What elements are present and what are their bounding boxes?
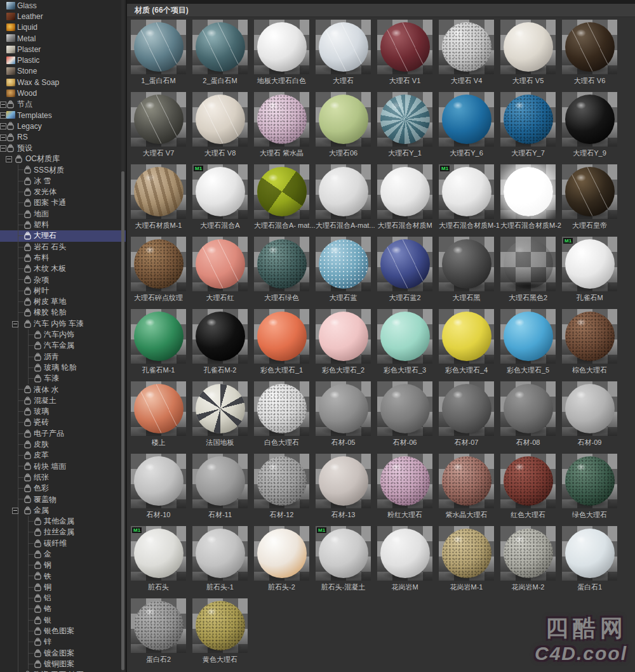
sidebar-item-混凝土[interactable]: 混凝土 xyxy=(0,395,126,406)
material-item[interactable]: 彩色大理石_2 xyxy=(316,309,371,374)
sidebar-item-玻璃[interactable]: 玻璃 xyxy=(0,406,126,417)
sidebar-item-瓷砖[interactable]: 瓷砖 xyxy=(0,417,126,428)
material-item[interactable]: 大理石红 xyxy=(192,237,248,301)
material-item[interactable]: M1大理石混合材质M-1 xyxy=(439,164,494,229)
material-item[interactable]: 楼上 xyxy=(131,381,186,446)
material-item[interactable]: 地板大理石白色 xyxy=(254,20,309,84)
material-item[interactable]: 大理石Y_1 xyxy=(377,92,432,157)
sidebar-item-SSS材质[interactable]: SSS材质 xyxy=(0,164,126,175)
sidebar-item-陶瓷-玉石-钻石[interactable]: 陶瓷 玉石 钻石 xyxy=(0,669,126,672)
material-item[interactable]: 大理石混合A-mat... xyxy=(316,164,371,229)
sidebar-item-拉丝金属[interactable]: 拉丝金属 xyxy=(0,527,126,537)
sidebar-item-碳纤维[interactable]: 碳纤维 xyxy=(0,538,126,549)
material-item[interactable]: 大理石 V7 xyxy=(131,92,186,157)
sidebar-item-地面[interactable]: 地面 xyxy=(0,209,126,220)
material-item[interactable]: M1脏石头-混凝土 xyxy=(316,526,371,591)
material-item[interactable]: 大理石碎点纹理 xyxy=(131,237,186,301)
sidebar-item-其他金属[interactable]: 其他金属 xyxy=(0,516,126,527)
sidebar-item-汽车-内饰-车漆[interactable]: 汽车 内饰 车漆 xyxy=(0,319,126,329)
sidebar-item-Leather[interactable]: Leather xyxy=(0,11,126,22)
sidebar-item-银色图案[interactable]: 银色图案 xyxy=(0,626,126,636)
sidebar-item-镀铜图案[interactable]: 镀铜图案 xyxy=(0,659,126,669)
sidebar-item-金[interactable]: 金 xyxy=(0,549,126,560)
sidebar-item-大理石[interactable]: 大理石 xyxy=(0,230,126,241)
material-item[interactable]: 蛋白石2 xyxy=(131,598,186,663)
sidebar-item-电子产品[interactable]: 电子产品 xyxy=(0,428,126,439)
sidebar-item-沥青[interactable]: 沥青 xyxy=(0,352,126,362)
material-item[interactable]: 石材-05 xyxy=(316,381,371,446)
material-item[interactable]: 彩色大理石_3 xyxy=(377,309,432,374)
collapse-expander-icon[interactable] xyxy=(0,102,6,108)
material-item[interactable]: 大理石黑 xyxy=(439,237,494,301)
material-item[interactable]: 1_蛋白石M xyxy=(131,20,186,84)
material-item[interactable]: 大理石 V8 xyxy=(192,92,248,157)
material-item[interactable]: 石材-07 xyxy=(439,381,494,446)
sidebar-item-塑料[interactable]: 塑料 xyxy=(0,220,126,230)
material-item[interactable]: 大理石黑色2 xyxy=(500,237,556,301)
sidebar-item-图案-卡通[interactable]: 图案 卡通 xyxy=(0,197,126,208)
sidebar-item-车漆[interactable]: 车漆 xyxy=(0,373,126,384)
sidebar-item-Plastic[interactable]: Plastic xyxy=(0,55,126,65)
sidebar-item-铜[interactable]: 铜 xyxy=(0,582,126,593)
material-item[interactable]: 石材-10 xyxy=(131,454,186,518)
sidebar-item-Liquid[interactable]: Liquid xyxy=(0,22,126,33)
material-item[interactable]: 脏石头-2 xyxy=(254,526,309,591)
sidebar-item-铁[interactable]: 铁 xyxy=(0,570,126,581)
sidebar-item-镀金图案[interactable]: 镀金图案 xyxy=(0,648,126,659)
sidebar-item-节点[interactable]: 节点 xyxy=(0,99,126,110)
sidebar-item-RS[interactable]: RS xyxy=(0,132,126,143)
collapse-expander-icon[interactable] xyxy=(0,135,6,141)
material-item[interactable]: 石材-11 xyxy=(192,454,248,518)
collapse-expander-icon[interactable] xyxy=(6,156,12,162)
sidebar-item-玻璃-轮胎[interactable]: 玻璃 轮胎 xyxy=(0,362,126,373)
sidebar-scrollbar-thumb[interactable] xyxy=(121,171,124,670)
material-item[interactable]: 大理石Y_6 xyxy=(439,92,494,157)
sidebar-item-色彩[interactable]: 色彩 xyxy=(0,483,126,494)
material-item[interactable]: 大理石混合材质M xyxy=(377,164,432,229)
sidebar-item-钢[interactable]: 钢 xyxy=(0,560,126,570)
material-item[interactable]: 白色大理石 xyxy=(254,381,309,446)
sidebar-item-砖块-墙面[interactable]: 砖块 墙面 xyxy=(0,461,126,471)
sidebar-item-树皮-草地[interactable]: 树皮 草地 xyxy=(0,296,126,307)
material-item[interactable]: 大理石混合A- mat... xyxy=(254,164,309,229)
sidebar-item-皮肤[interactable]: 皮肤 xyxy=(0,439,126,450)
material-item[interactable]: 大理石Y_9 xyxy=(562,92,617,157)
sidebar-item-Legacy[interactable]: Legacy xyxy=(0,121,126,131)
sidebar-item-覆盖物[interactable]: 覆盖物 xyxy=(0,494,126,504)
sidebar-item-Glass[interactable]: Glass xyxy=(0,0,126,11)
collapse-expander-icon[interactable] xyxy=(12,508,18,514)
collapse-expander-icon[interactable] xyxy=(12,321,18,327)
material-item[interactable]: 蛋白石1 xyxy=(562,526,617,591)
material-item[interactable]: 大理石Y_7 xyxy=(500,92,556,157)
sidebar-item-Metal[interactable]: Metal xyxy=(0,33,126,44)
sidebar-item-预设[interactable]: 预设 xyxy=(0,143,126,154)
material-item[interactable]: 彩色大理石_1 xyxy=(254,309,309,374)
material-item[interactable]: 石材-09 xyxy=(562,381,617,446)
material-item[interactable]: 大理石 xyxy=(316,20,371,84)
collapse-expander-icon[interactable] xyxy=(0,123,6,129)
material-item[interactable]: 大理石蓝 xyxy=(316,237,371,301)
sidebar-item-Wood[interactable]: Wood xyxy=(0,88,126,98)
sidebar-item-铝[interactable]: 铝 xyxy=(0,593,126,603)
sidebar-item-OC材质库[interactable]: OC材质库 xyxy=(0,154,126,164)
sidebar-item-橡胶-轮胎[interactable]: 橡胶 轮胎 xyxy=(0,307,126,318)
material-item[interactable]: 石材-06 xyxy=(377,381,432,446)
material-item[interactable]: 大理石绿色 xyxy=(254,237,309,301)
material-item[interactable]: 紫水晶大理石 xyxy=(439,454,494,518)
sidebar-item-树叶[interactable]: 树叶 xyxy=(0,286,126,296)
material-item[interactable]: 石材-08 xyxy=(500,381,556,446)
material-item[interactable]: M1脏石头 xyxy=(131,526,186,591)
sidebar-item-汽车金属[interactable]: 汽车金属 xyxy=(0,340,126,351)
material-item[interactable]: 大理石皇帝 xyxy=(562,164,617,229)
sidebar-item-木纹-木板[interactable]: 木纹 木板 xyxy=(0,263,126,274)
material-item[interactable]: 大理石 紫水晶 xyxy=(254,92,309,157)
sidebar-item-铬[interactable]: 铬 xyxy=(0,603,126,614)
sidebar-item-金属[interactable]: 金属 xyxy=(0,505,126,516)
collapse-expander-icon[interactable] xyxy=(0,145,6,152)
material-item[interactable]: 大理石蓝2 xyxy=(377,237,432,301)
material-item[interactable]: 孔雀石M-2 xyxy=(192,309,248,374)
sidebar-item-液体-水[interactable]: 液体 水 xyxy=(0,384,126,395)
material-item[interactable]: 大理石 V4 xyxy=(439,20,494,84)
material-item[interactable]: 大理石 V6 xyxy=(562,20,617,84)
material-item[interactable]: 粉红大理石 xyxy=(377,454,432,518)
